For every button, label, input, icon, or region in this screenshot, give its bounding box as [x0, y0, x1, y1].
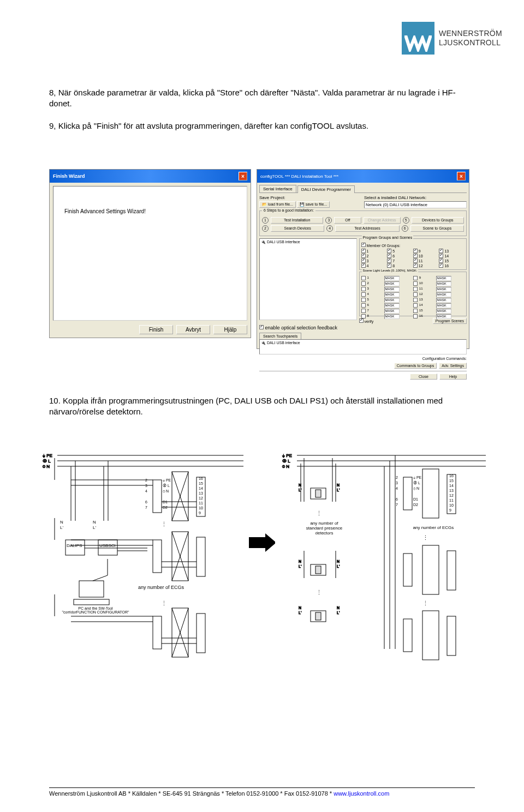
- group-checkbox[interactable]: [413, 254, 418, 258]
- tab-search-touchpanels[interactable]: Search Touchpanels: [259, 333, 301, 339]
- scene-input[interactable]: MASK: [436, 276, 451, 281]
- group-checkbox[interactable]: [439, 254, 443, 258]
- svg-rect-81: [315, 612, 321, 620]
- group-checkbox[interactable]: [413, 263, 418, 268]
- footer-link[interactable]: www.ljuskontroll.com: [334, 790, 389, 797]
- group-checkbox[interactable]: [361, 249, 366, 253]
- device-list[interactable]: 🔌 DALI USB interface: [259, 238, 357, 320]
- step-scene-groups[interactable]: Scene to Groups: [410, 225, 464, 232]
- scene-input[interactable]: MASK: [384, 314, 400, 319]
- scene-input[interactable]: MASK: [384, 303, 400, 308]
- group-checkbox[interactable]: [387, 263, 391, 268]
- scene-input[interactable]: MASK: [436, 287, 451, 292]
- svg-text:9: 9: [199, 511, 201, 515]
- svg-text:3: 3: [145, 484, 147, 488]
- commands-to-groups-button[interactable]: Commands to Groups: [394, 363, 437, 369]
- scene-checkbox[interactable]: [413, 303, 418, 308]
- scene-checkbox[interactable]: [413, 292, 418, 297]
- scene-checkbox[interactable]: [361, 276, 366, 280]
- finish-button[interactable]: Finish: [139, 325, 173, 334]
- tab-serial-interface[interactable]: Serial Interface: [259, 185, 296, 193]
- group-checkbox[interactable]: [439, 249, 443, 253]
- scene-input[interactable]: MASK: [384, 309, 400, 314]
- step-devices-groups[interactable]: Devices to Groups: [412, 217, 464, 224]
- scene-input[interactable]: MASK: [436, 309, 451, 314]
- group-checkbox[interactable]: [439, 263, 443, 268]
- svg-line-15: [93, 575, 108, 581]
- group-checkbox[interactable]: [361, 258, 366, 263]
- scene-checkbox[interactable]: [361, 303, 366, 308]
- load-file-button[interactable]: 📂 load from file...: [259, 201, 296, 208]
- wizard-titlebar: Finish Wizard ×: [50, 170, 251, 183]
- help-button[interactable]: Help: [439, 374, 467, 380]
- group-checkbox[interactable]: [439, 258, 443, 263]
- verify-checkbox[interactable]: [359, 318, 364, 323]
- scene-input[interactable]: MASK: [384, 292, 400, 297]
- scene-checkbox[interactable]: [361, 298, 366, 302]
- svg-text:4: 4: [145, 489, 147, 493]
- scene-checkbox[interactable]: [413, 276, 418, 280]
- svg-text:D2: D2: [413, 503, 418, 507]
- scene-checkbox[interactable]: [413, 298, 418, 302]
- svg-text:12: 12: [449, 494, 454, 497]
- svg-rect-63: [315, 490, 321, 497]
- scene-input[interactable]: MASK: [384, 287, 400, 292]
- close-icon[interactable]: ×: [239, 172, 247, 181]
- scene-levels-label: Scene Light Levels [0..100%], MASK:: [362, 269, 419, 272]
- svg-text:4: 4: [396, 486, 398, 490]
- scene-checkbox[interactable]: [361, 281, 366, 286]
- group-checkbox[interactable]: [361, 263, 366, 268]
- scene-checkbox[interactable]: [413, 309, 418, 313]
- optical-feedback-checkbox[interactable]: [259, 325, 264, 329]
- wizard-title: Finish Wizard: [53, 173, 85, 179]
- scene-input[interactable]: MASK: [384, 298, 400, 303]
- tab-dali-device-programmer[interactable]: DALI Device Programmer: [297, 185, 355, 193]
- scene-checkbox[interactable]: [361, 309, 366, 313]
- scene-checkbox[interactable]: [413, 314, 418, 318]
- step-search-devices[interactable]: Search Devices: [271, 225, 324, 232]
- group-checkbox[interactable]: [387, 249, 391, 253]
- svg-text:2: 2: [396, 476, 398, 479]
- group-checkbox[interactable]: [387, 254, 391, 258]
- scene-input[interactable]: MASK: [436, 303, 451, 308]
- save-project-label: Save Project:: [259, 195, 362, 200]
- step-change-address[interactable]: Change Address: [364, 217, 401, 224]
- svg-text:⦶ N: ⦶ N: [43, 464, 50, 469]
- paragraph-8: 8, När önskade parametrar är valda, klic…: [49, 87, 475, 110]
- cancel-button[interactable]: Avbryt: [176, 325, 210, 334]
- close-button[interactable]: Close: [410, 374, 437, 380]
- scene-checkbox[interactable]: [413, 281, 418, 286]
- svg-text:N: N: [299, 560, 301, 563]
- scene-input[interactable]: MASK: [436, 298, 451, 303]
- svg-rect-89: [403, 554, 412, 586]
- scene-input[interactable]: MASK: [384, 276, 400, 281]
- group-checkbox[interactable]: [361, 254, 366, 258]
- svg-marker-55: [249, 533, 276, 552]
- svg-text:15: 15: [449, 479, 454, 483]
- configtool-title: configTOOL *** DALI Installation Tool **…: [260, 174, 338, 179]
- network-select[interactable]: Network (0) DALI USB interface: [364, 201, 467, 208]
- scene-checkbox[interactable]: [413, 287, 418, 291]
- group-checkbox[interactable]: [387, 258, 391, 263]
- close-icon[interactable]: ×: [457, 172, 466, 181]
- scene-input[interactable]: MASK: [436, 281, 451, 286]
- group-checkbox[interactable]: [413, 249, 418, 253]
- svg-rect-90: [447, 551, 456, 590]
- group-checkbox[interactable]: [413, 258, 418, 263]
- step-test-installation[interactable]: Test Installation: [271, 217, 323, 224]
- adv-settings-button[interactable]: Adv. Settings: [439, 363, 467, 369]
- svg-text:⋮: ⋮: [316, 510, 322, 516]
- scene-input[interactable]: MASK: [436, 292, 451, 297]
- scene-checkbox[interactable]: [361, 292, 366, 297]
- wizard-message: Finish Advanced Settings Wizard!: [64, 208, 146, 214]
- svg-rect-12: [79, 581, 104, 597]
- svg-text:D2: D2: [163, 506, 168, 509]
- scene-input[interactable]: MASK: [384, 281, 400, 286]
- svg-text:N: N: [60, 520, 63, 525]
- save-file-button[interactable]: 💾 save to file...: [297, 201, 330, 208]
- help-button[interactable]: Hjälp: [213, 325, 247, 334]
- scene-input[interactable]: MASK: [436, 314, 451, 319]
- step-test-addresses[interactable]: Test Addresses: [335, 225, 400, 232]
- step-off[interactable]: Off: [334, 217, 361, 224]
- scene-checkbox[interactable]: [361, 287, 366, 291]
